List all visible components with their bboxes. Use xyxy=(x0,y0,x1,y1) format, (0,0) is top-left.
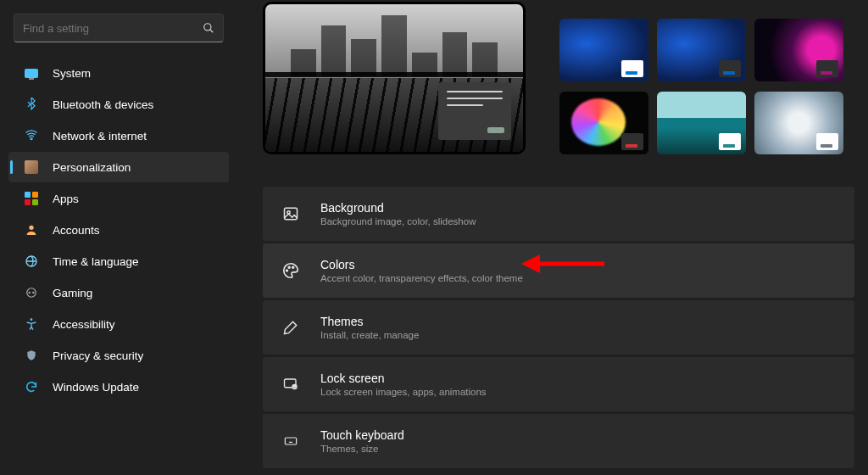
person-icon xyxy=(24,222,39,238)
card-themes[interactable]: ThemesInstall, create, manage xyxy=(263,300,854,355)
nav-label: Apps xyxy=(53,193,79,205)
svg-point-0 xyxy=(204,24,211,31)
nav-windows-update[interactable]: Windows Update xyxy=(8,372,229,402)
brush-icon xyxy=(24,159,39,175)
svg-point-10 xyxy=(287,270,288,271)
nav-personalization[interactable]: Personalization xyxy=(8,152,229,182)
sidebar: System Bluetooth & devices Network & int… xyxy=(0,0,237,475)
nav-label: Time & language xyxy=(53,255,139,268)
svg-rect-8 xyxy=(285,208,298,219)
card-title: Themes xyxy=(320,315,419,328)
nav-label: Privacy & security xyxy=(53,349,143,362)
card-title: Background xyxy=(320,201,476,215)
svg-rect-16 xyxy=(285,438,296,444)
card-subtitle: Themes, size xyxy=(320,444,404,454)
preview-window xyxy=(438,82,511,140)
search-input[interactable] xyxy=(23,22,203,35)
nav-label: System xyxy=(53,67,91,80)
nav-privacy-security[interactable]: Privacy & security xyxy=(8,340,229,371)
card-title: Lock screen xyxy=(320,372,487,385)
update-icon xyxy=(24,379,39,394)
palette-icon xyxy=(281,261,300,280)
svg-point-11 xyxy=(288,266,290,268)
image-icon xyxy=(281,204,300,223)
theme-option-4[interactable] xyxy=(559,92,648,154)
card-subtitle: Background image, color, slideshow xyxy=(320,216,476,226)
svg-point-6 xyxy=(33,292,34,293)
nav-label: Accessibility xyxy=(53,318,115,331)
card-title: Colors xyxy=(320,258,523,271)
nav-network[interactable]: Network & internet xyxy=(8,120,229,151)
accessibility-icon xyxy=(24,316,39,332)
nav-label: Bluetooth & devices xyxy=(53,98,153,111)
card-subtitle: Lock screen images, apps, animations xyxy=(320,387,487,397)
apps-icon xyxy=(24,191,39,206)
nav-label: Personalization xyxy=(53,161,131,174)
search-box[interactable] xyxy=(14,14,224,42)
gamepad-icon xyxy=(24,285,39,300)
nav-label: Gaming xyxy=(53,287,92,299)
nav-accounts[interactable]: Accounts xyxy=(8,215,229,245)
card-subtitle: Accent color, transparency effects, colo… xyxy=(320,273,523,283)
svg-point-7 xyxy=(31,318,33,321)
svg-line-1 xyxy=(210,30,214,33)
nav-apps[interactable]: Apps xyxy=(8,183,229,214)
theme-option-1[interactable] xyxy=(559,19,648,81)
wifi-icon xyxy=(24,128,39,143)
nav-label: Network & internet xyxy=(53,130,147,142)
desktop-preview xyxy=(263,2,526,154)
svg-point-2 xyxy=(29,226,33,230)
theme-option-2[interactable] xyxy=(657,19,746,81)
search-icon xyxy=(203,22,214,34)
paintbrush-icon xyxy=(281,318,300,337)
svg-point-4 xyxy=(27,288,36,298)
nav-list: System Bluetooth & devices Network & int… xyxy=(5,58,232,402)
monitor-icon xyxy=(24,65,39,81)
bluetooth-icon xyxy=(24,97,39,112)
nav-system[interactable]: System xyxy=(8,58,229,88)
card-subtitle: Install, create, manage xyxy=(320,330,419,340)
svg-point-12 xyxy=(292,266,294,268)
keyboard-icon xyxy=(281,432,300,450)
globe-clock-icon xyxy=(24,254,39,269)
theme-option-6[interactable] xyxy=(754,92,843,154)
theme-option-3[interactable] xyxy=(754,19,843,81)
nav-gaming[interactable]: Gaming xyxy=(8,277,229,308)
card-colors[interactable]: ColorsAccent color, transparency effects… xyxy=(263,243,854,298)
svg-point-5 xyxy=(29,292,30,293)
card-lock-screen[interactable]: Lock screenLock screen images, apps, ani… xyxy=(263,357,854,411)
theme-option-5[interactable] xyxy=(657,92,746,154)
main-content: BackgroundBackground image, color, slide… xyxy=(237,0,868,475)
card-background[interactable]: BackgroundBackground image, color, slide… xyxy=(263,187,854,241)
shield-icon xyxy=(24,348,39,363)
preview-row xyxy=(263,0,854,154)
nav-label: Windows Update xyxy=(53,381,139,394)
nav-label: Accounts xyxy=(53,224,100,237)
card-title: Touch keyboard xyxy=(320,428,404,442)
nav-bluetooth[interactable]: Bluetooth & devices xyxy=(8,89,229,120)
card-touch-keyboard[interactable]: Touch keyboardThemes, size xyxy=(263,414,854,468)
theme-grid xyxy=(559,19,843,154)
lock-screen-icon xyxy=(281,375,300,394)
nav-time-language[interactable]: Time & language xyxy=(8,246,229,277)
nav-accessibility[interactable]: Accessibility xyxy=(8,309,229,339)
